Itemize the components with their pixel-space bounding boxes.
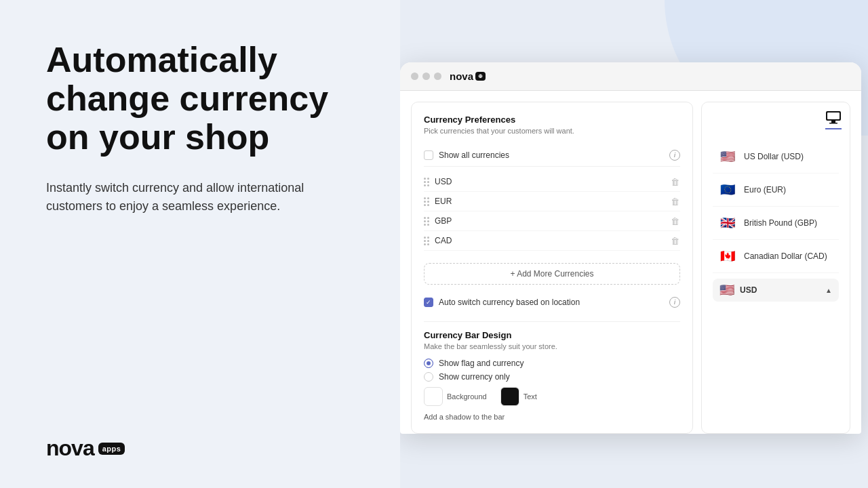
svg-rect-3 [829, 123, 837, 124]
bg-color-label: Background [447, 392, 487, 401]
dot-red [411, 73, 418, 80]
main-heading: Automatically change currency on your sh… [46, 41, 359, 157]
storefront-card: 🇺🇸 US Dollar (USD) 🇪🇺 Euro (EUR) 🇬🇧 Brit… [701, 102, 850, 434]
auto-switch-label: Auto switch currency based on location [439, 298, 664, 307]
preview-item-gbp[interactable]: 🇬🇧 British Pound (GBP) [713, 207, 839, 240]
delete-cad[interactable]: 🗑 [669, 235, 680, 246]
selected-currency-bar[interactable]: 🇺🇸 USD ▲ [713, 279, 839, 302]
delete-gbp[interactable]: 🗑 [669, 216, 680, 226]
card-subtitle: Pick currencies that your customers will… [424, 127, 680, 135]
dot-green [434, 73, 441, 80]
radio-currency-only[interactable] [424, 372, 433, 382]
text-color-box[interactable] [500, 387, 519, 406]
show-all-row[interactable]: Show all currencies i [424, 144, 680, 167]
dot-yellow [422, 73, 430, 80]
show-all-label: Show all currencies [439, 150, 664, 160]
chevron-up-icon: ▲ [825, 287, 832, 294]
currency-row-gbp: GBP 🗑 [424, 211, 680, 231]
settings-card: Currency Preferences Pick currencies tha… [411, 102, 693, 434]
drag-handle-usd[interactable] [424, 178, 429, 186]
radio-row-flag[interactable]: Show flag and currency [424, 359, 680, 368]
currency-row-cad: CAD 🗑 [424, 231, 680, 251]
logo-badge: apps [98, 443, 125, 455]
browser-window: nova ⊕ Currency Preferences Pick currenc… [400, 62, 861, 434]
browser-logo-badge: ⊕ [475, 72, 486, 81]
preview-item-eur[interactable]: 🇪🇺 Euro (EUR) [713, 174, 839, 207]
panel-content: Currency Preferences Pick currencies tha… [400, 91, 861, 434]
preview-eur-name: Euro (EUR) [744, 185, 786, 195]
currency-cad: CAD [435, 236, 664, 245]
active-indicator [825, 128, 842, 129]
currency-gbp: GBP [435, 216, 664, 226]
left-panel: Automatically change currency on your sh… [0, 0, 400, 488]
flag-eur: 🇪🇺 [718, 180, 737, 199]
color-row: Background Text [424, 387, 680, 406]
text-color-item[interactable]: Text [500, 387, 537, 406]
radio-flag-label: Show flag and currency [439, 359, 524, 368]
browser-dots [411, 73, 441, 80]
svg-rect-2 [831, 121, 835, 123]
section-divider [424, 321, 680, 322]
preview-item-usd[interactable]: 🇺🇸 US Dollar (USD) [713, 140, 839, 174]
browser-bar: nova ⊕ [400, 62, 861, 91]
browser-logo-text: nova [450, 70, 473, 82]
monitor-icon [825, 110, 842, 124]
design-subtitle: Make the bar seamlessly suit your store. [424, 342, 680, 350]
logo-bottom: nova apps [46, 436, 359, 461]
radio-code-label: Show currency only [439, 372, 510, 382]
shadow-label: Add a shadow to the bar [424, 413, 680, 421]
bg-color-item[interactable]: Background [424, 387, 487, 406]
flag-cad: 🇨🇦 [718, 247, 737, 266]
delete-usd[interactable]: 🗑 [669, 176, 680, 187]
preview-gbp-name: British Pound (GBP) [744, 218, 817, 228]
currency-usd: USD [435, 177, 664, 186]
text-color-label: Text [524, 392, 537, 401]
card-title: Currency Preferences [424, 115, 680, 125]
selected-flag: 🇺🇸 [719, 283, 734, 298]
currency-row-eur: EUR 🗑 [424, 192, 680, 211]
preview-usd-name: US Dollar (USD) [744, 152, 804, 161]
currency-list-preview: 🇺🇸 US Dollar (USD) 🇪🇺 Euro (EUR) 🇬🇧 Brit… [713, 140, 839, 273]
logo-text: nova [46, 436, 94, 461]
auto-switch-row[interactable]: ✓ Auto switch currency based on location… [424, 291, 680, 313]
add-more-button[interactable]: + Add More Currencies [424, 263, 680, 285]
show-all-info-icon[interactable]: i [669, 150, 680, 161]
browser-logo: nova ⊕ [450, 70, 486, 82]
delete-eur[interactable]: 🗑 [669, 196, 680, 207]
currency-eur: EUR [435, 197, 664, 206]
selected-code: USD [740, 285, 757, 295]
preview-cad-name: Canadian Dollar (CAD) [744, 251, 827, 261]
radio-row-code[interactable]: Show currency only [424, 372, 680, 382]
right-panel: nova ⊕ Currency Preferences Pick currenc… [400, 0, 868, 488]
drag-handle-eur[interactable] [424, 197, 429, 206]
design-title: Currency Bar Design [424, 330, 680, 340]
flag-usd: 🇺🇸 [718, 147, 737, 166]
flag-gbp: 🇬🇧 [718, 214, 737, 232]
show-all-checkbox[interactable] [424, 150, 433, 160]
bg-color-box[interactable] [424, 387, 443, 406]
monitor-area [825, 110, 842, 129]
radio-flag-currency[interactable] [424, 359, 433, 368]
auto-switch-checkbox[interactable]: ✓ [424, 298, 433, 307]
preview-item-cad[interactable]: 🇨🇦 Canadian Dollar (CAD) [713, 240, 839, 273]
drag-handle-gbp[interactable] [424, 217, 429, 226]
drag-handle-cad[interactable] [424, 237, 429, 245]
svg-rect-1 [827, 113, 840, 119]
currency-row-usd: USD 🗑 [424, 172, 680, 192]
auto-switch-info-icon[interactable]: i [669, 297, 680, 308]
currency-rows: USD 🗑 EUR 🗑 [424, 172, 680, 251]
sub-text: Instantly switch currency and allow inte… [46, 179, 359, 216]
